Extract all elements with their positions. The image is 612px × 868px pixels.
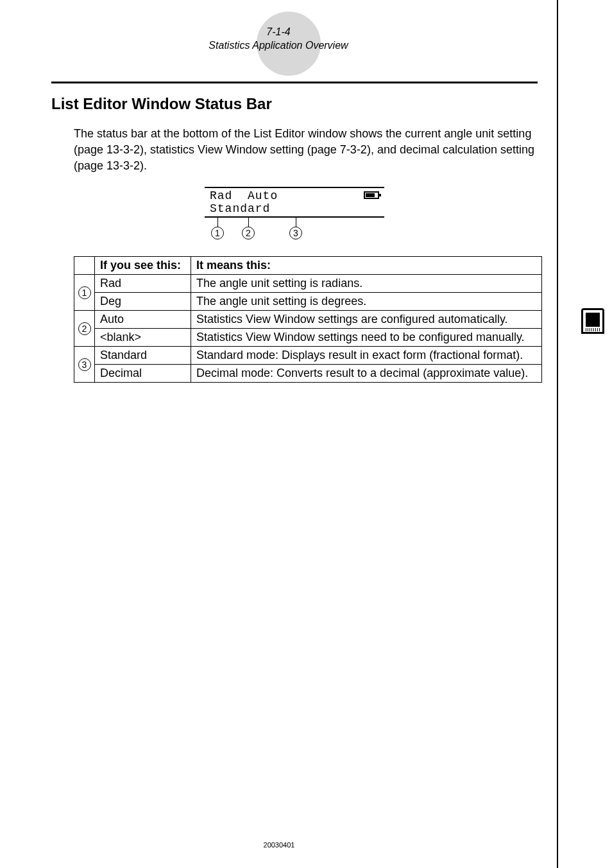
callout-number-3: 3: [289, 227, 302, 239]
status-bar-text: Rad Auto Standard: [210, 189, 379, 215]
page-header: 7-1-4 Statistics Application Overview: [0, 19, 557, 53]
cell-see: <blank>: [95, 329, 191, 347]
cell-means: Statistics View Window settings are conf…: [191, 311, 542, 329]
table-row: Deg The angle unit setting is degrees.: [74, 293, 542, 311]
callout-number-1: 1: [211, 227, 224, 239]
table-header-means: It means this:: [191, 257, 542, 275]
page-container: 7-1-4 Statistics Application Overview Li…: [0, 0, 558, 868]
status-bar-item-3: Standard: [210, 202, 270, 215]
section-rule: [51, 82, 538, 83]
table-header-see: If you see this:: [95, 257, 191, 275]
table-row: 1 Rad The angle unit setting is radians.: [74, 275, 542, 293]
row-number-3: 3: [74, 347, 95, 383]
table-row: 2 Auto Statistics View Window settings a…: [74, 311, 542, 329]
status-bar-preview: Rad Auto Standard: [205, 187, 384, 218]
table-row: Decimal Decimal mode: Converts result to…: [74, 365, 542, 383]
callout-line-3: [296, 218, 296, 227]
calculator-screen-icon: [581, 308, 604, 334]
row-number-2: 2: [74, 311, 95, 347]
page-header-title: Statistics Application Overview: [0, 39, 557, 53]
cell-see: Standard: [95, 347, 191, 365]
status-bar-item-2: Auto: [248, 189, 278, 202]
footer-date: 20030401: [0, 841, 558, 849]
content-area: List Editor Window Status Bar The status…: [0, 53, 557, 383]
cell-means: Standard mode: Displays result in exact …: [191, 347, 542, 365]
calculator-side-icon: [579, 308, 607, 344]
row-number-1: 1: [74, 275, 95, 311]
cell-means: Decimal mode: Converts result to a decim…: [191, 365, 542, 383]
cell-means: The angle unit setting is radians.: [191, 275, 542, 293]
table-row: 3 Standard Standard mode: Displays resul…: [74, 347, 542, 365]
cell-means: Statistics View Window settings need to …: [191, 329, 542, 347]
cell-see: Deg: [95, 293, 191, 311]
cell-see: Rad: [95, 275, 191, 293]
callout-number-2: 2: [242, 227, 255, 239]
status-bar-item-1: Rad: [210, 189, 232, 202]
callout-line-2: [248, 218, 249, 227]
cell-see: Auto: [95, 311, 191, 329]
calculator-keys-icon: [586, 328, 600, 331]
cell-means: The angle unit setting is degrees.: [191, 293, 542, 311]
callout-line-1: [217, 218, 218, 227]
section-title: List Editor Window Status Bar: [51, 95, 538, 113]
table-row: <blank> Statistics View Window settings …: [74, 329, 542, 347]
battery-icon: [364, 191, 379, 199]
cell-see: Decimal: [95, 365, 191, 383]
callout-lines: 1 2 3: [205, 218, 384, 243]
table-header-blank: [74, 257, 95, 275]
table-header-row: If you see this: It means this:: [74, 257, 542, 275]
status-bar-table: If you see this: It means this: 1 Rad Th…: [74, 256, 542, 383]
status-bar-figure: Rad Auto Standard 1 2 3: [51, 187, 538, 243]
intro-paragraph: The status bar at the bottom of the List…: [74, 126, 538, 175]
page-number: 7-1-4: [0, 26, 557, 39]
